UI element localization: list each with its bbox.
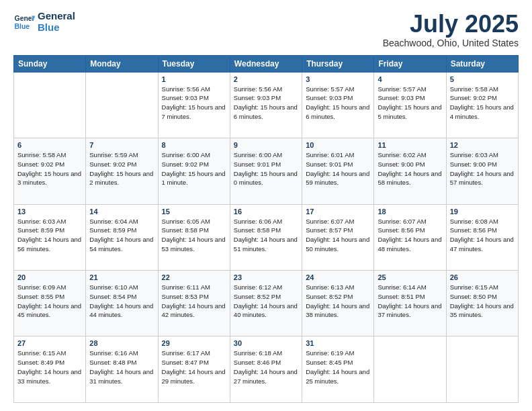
title-block: July 2025 Beachwood, Ohio, United States xyxy=(383,11,519,48)
calendar-cell: 8Sunrise: 6:00 AM Sunset: 9:02 PM Daylig… xyxy=(158,138,230,204)
day-info: Sunrise: 6:09 AM Sunset: 8:55 PM Dayligh… xyxy=(17,283,82,320)
day-number: 15 xyxy=(162,208,226,216)
day-number: 14 xyxy=(89,208,154,216)
calendar-header-row: SundayMondayTuesdayWednesdayThursdayFrid… xyxy=(14,55,519,72)
calendar-cell: 30Sunrise: 6:18 AM Sunset: 8:46 PM Dayli… xyxy=(230,336,302,403)
day-info: Sunrise: 6:03 AM Sunset: 8:59 PM Dayligh… xyxy=(17,217,82,254)
day-info: Sunrise: 6:17 AM Sunset: 8:47 PM Dayligh… xyxy=(162,349,226,385)
day-number: 13 xyxy=(17,208,82,216)
calendar-cell: 16Sunrise: 6:06 AM Sunset: 8:58 PM Dayli… xyxy=(230,204,302,270)
day-info: Sunrise: 6:11 AM Sunset: 8:53 PM Dayligh… xyxy=(162,283,226,320)
day-number: 12 xyxy=(450,141,515,149)
day-header-tuesday: Tuesday xyxy=(158,55,230,72)
day-number: 21 xyxy=(89,273,154,281)
calendar-cell: 28Sunrise: 6:16 AM Sunset: 8:48 PM Dayli… xyxy=(86,336,158,403)
day-info: Sunrise: 6:01 AM Sunset: 9:01 PM Dayligh… xyxy=(306,150,370,187)
calendar-cell: 3Sunrise: 5:57 AM Sunset: 9:03 PM Daylig… xyxy=(302,72,374,138)
calendar-cell: 5Sunrise: 5:58 AM Sunset: 9:02 PM Daylig… xyxy=(446,72,518,138)
day-number: 26 xyxy=(450,273,515,281)
day-header-sunday: Sunday xyxy=(14,55,86,72)
calendar-cell: 11Sunrise: 6:02 AM Sunset: 9:00 PM Dayli… xyxy=(374,138,446,204)
calendar-cell: 1Sunrise: 5:56 AM Sunset: 9:03 PM Daylig… xyxy=(158,72,230,138)
header: General Blue General Blue July 2025 Beac… xyxy=(13,11,519,48)
calendar-cell: 21Sunrise: 6:10 AM Sunset: 8:54 PM Dayli… xyxy=(86,271,158,336)
day-number: 22 xyxy=(162,273,226,281)
calendar-cell xyxy=(446,336,518,403)
calendar-cell: 15Sunrise: 6:05 AM Sunset: 8:58 PM Dayli… xyxy=(158,204,230,270)
day-number: 29 xyxy=(162,339,226,347)
calendar-cell: 6Sunrise: 5:58 AM Sunset: 9:02 PM Daylig… xyxy=(14,138,86,204)
calendar-cell: 12Sunrise: 6:03 AM Sunset: 9:00 PM Dayli… xyxy=(446,138,518,204)
svg-text:Blue: Blue xyxy=(15,22,30,30)
day-number: 31 xyxy=(306,339,370,347)
day-info: Sunrise: 6:12 AM Sunset: 8:52 PM Dayligh… xyxy=(234,283,298,320)
day-header-monday: Monday xyxy=(86,55,158,72)
page: General Blue General Blue July 2025 Beac… xyxy=(0,0,532,411)
day-header-wednesday: Wednesday xyxy=(230,55,302,72)
day-info: Sunrise: 6:07 AM Sunset: 8:56 PM Dayligh… xyxy=(378,217,442,254)
day-number: 28 xyxy=(89,339,154,347)
day-info: Sunrise: 5:59 AM Sunset: 9:02 PM Dayligh… xyxy=(89,150,154,187)
calendar-cell xyxy=(374,336,446,403)
day-info: Sunrise: 5:56 AM Sunset: 9:03 PM Dayligh… xyxy=(162,85,226,122)
day-info: Sunrise: 6:18 AM Sunset: 8:46 PM Dayligh… xyxy=(234,349,298,385)
calendar-cell: 13Sunrise: 6:03 AM Sunset: 8:59 PM Dayli… xyxy=(14,204,86,270)
logo-text: General Blue xyxy=(38,11,75,33)
week-row-0: 1Sunrise: 5:56 AM Sunset: 9:03 PM Daylig… xyxy=(14,72,519,138)
day-info: Sunrise: 6:00 AM Sunset: 9:02 PM Dayligh… xyxy=(162,150,226,187)
calendar-cell: 18Sunrise: 6:07 AM Sunset: 8:56 PM Dayli… xyxy=(374,204,446,270)
day-number: 5 xyxy=(450,75,515,83)
calendar-cell: 19Sunrise: 6:08 AM Sunset: 8:56 PM Dayli… xyxy=(446,204,518,270)
day-info: Sunrise: 6:14 AM Sunset: 8:51 PM Dayligh… xyxy=(378,283,442,320)
day-info: Sunrise: 6:00 AM Sunset: 9:01 PM Dayligh… xyxy=(234,150,298,187)
day-info: Sunrise: 6:15 AM Sunset: 8:49 PM Dayligh… xyxy=(17,349,82,385)
day-header-thursday: Thursday xyxy=(302,55,374,72)
day-number: 1 xyxy=(162,75,226,83)
day-number: 25 xyxy=(378,273,442,281)
day-number: 3 xyxy=(306,75,370,83)
calendar-cell: 10Sunrise: 6:01 AM Sunset: 9:01 PM Dayli… xyxy=(302,138,374,204)
day-info: Sunrise: 6:13 AM Sunset: 8:52 PM Dayligh… xyxy=(306,283,370,320)
day-number: 24 xyxy=(306,273,370,281)
day-number: 19 xyxy=(450,208,515,216)
day-info: Sunrise: 5:57 AM Sunset: 9:03 PM Dayligh… xyxy=(378,85,442,122)
day-info: Sunrise: 6:16 AM Sunset: 8:48 PM Dayligh… xyxy=(89,349,154,385)
day-number: 27 xyxy=(17,339,82,347)
day-number: 2 xyxy=(234,75,298,83)
day-number: 18 xyxy=(378,208,442,216)
day-number: 8 xyxy=(162,141,226,149)
day-info: Sunrise: 6:10 AM Sunset: 8:54 PM Dayligh… xyxy=(89,283,154,320)
week-row-4: 27Sunrise: 6:15 AM Sunset: 8:49 PM Dayli… xyxy=(14,336,519,403)
subtitle: Beachwood, Ohio, United States xyxy=(383,38,519,48)
calendar-cell xyxy=(86,72,158,138)
day-info: Sunrise: 6:02 AM Sunset: 9:00 PM Dayligh… xyxy=(378,150,442,187)
logo: General Blue General Blue xyxy=(13,11,75,33)
calendar-cell: 4Sunrise: 5:57 AM Sunset: 9:03 PM Daylig… xyxy=(374,72,446,138)
day-number: 30 xyxy=(234,339,298,347)
logo-icon: General Blue xyxy=(13,11,35,33)
day-info: Sunrise: 6:08 AM Sunset: 8:56 PM Dayligh… xyxy=(450,217,515,254)
calendar-cell: 31Sunrise: 6:19 AM Sunset: 8:45 PM Dayli… xyxy=(302,336,374,403)
calendar-cell: 27Sunrise: 6:15 AM Sunset: 8:49 PM Dayli… xyxy=(14,336,86,403)
day-info: Sunrise: 6:04 AM Sunset: 8:59 PM Dayligh… xyxy=(89,217,154,254)
day-info: Sunrise: 6:03 AM Sunset: 9:00 PM Dayligh… xyxy=(450,150,515,187)
day-number: 4 xyxy=(378,75,442,83)
day-number: 6 xyxy=(17,141,82,149)
day-info: Sunrise: 6:07 AM Sunset: 8:57 PM Dayligh… xyxy=(306,217,370,254)
calendar-cell: 17Sunrise: 6:07 AM Sunset: 8:57 PM Dayli… xyxy=(302,204,374,270)
day-info: Sunrise: 5:56 AM Sunset: 9:03 PM Dayligh… xyxy=(234,85,298,122)
day-number: 17 xyxy=(306,208,370,216)
calendar-cell: 29Sunrise: 6:17 AM Sunset: 8:47 PM Dayli… xyxy=(158,336,230,403)
week-row-3: 20Sunrise: 6:09 AM Sunset: 8:55 PM Dayli… xyxy=(14,271,519,336)
calendar-cell: 20Sunrise: 6:09 AM Sunset: 8:55 PM Dayli… xyxy=(14,271,86,336)
day-number: 20 xyxy=(17,273,82,281)
calendar-cell: 2Sunrise: 5:56 AM Sunset: 9:03 PM Daylig… xyxy=(230,72,302,138)
day-info: Sunrise: 6:05 AM Sunset: 8:58 PM Dayligh… xyxy=(162,217,226,254)
day-header-friday: Friday xyxy=(374,55,446,72)
calendar-cell xyxy=(14,72,86,138)
main-title: July 2025 xyxy=(383,11,519,38)
calendar-cell: 24Sunrise: 6:13 AM Sunset: 8:52 PM Dayli… xyxy=(302,271,374,336)
day-info: Sunrise: 6:15 AM Sunset: 8:50 PM Dayligh… xyxy=(450,283,515,320)
day-info: Sunrise: 5:58 AM Sunset: 9:02 PM Dayligh… xyxy=(450,85,515,122)
day-number: 11 xyxy=(378,141,442,149)
